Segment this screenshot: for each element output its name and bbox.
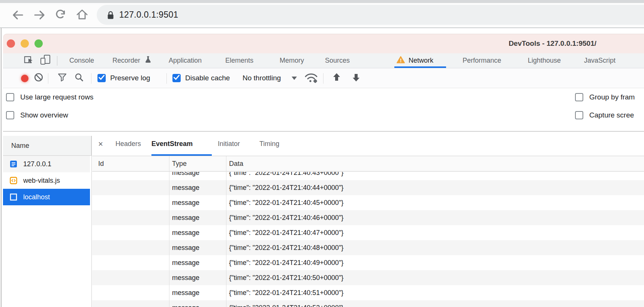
flask-icon (144, 55, 152, 66)
tab-timing[interactable]: Timing (259, 132, 279, 156)
show-overview-checkbox[interactable] (6, 111, 14, 119)
tab-label: Network (409, 57, 433, 65)
clear-network-log-button[interactable] (34, 68, 43, 88)
search-icon (74, 72, 84, 84)
table-row[interactable]: message {"time": "2022-01-24T21:40:51+00… (92, 285, 644, 300)
table-row[interactable]: message {"time": "2022-01-24T21:40:47+00… (92, 225, 644, 240)
disable-cache-label[interactable]: Disable cache (185, 74, 230, 82)
tab-initiator[interactable]: Initiator (218, 132, 240, 156)
column-header-type[interactable]: Type (172, 156, 187, 171)
tab-label: Sources (325, 57, 350, 65)
toolbar-separator (166, 73, 167, 84)
preserve-log-checkbox[interactable] (97, 74, 106, 82)
import-har-button[interactable] (331, 68, 342, 88)
request-name: 127.0.0.1 (23, 160, 51, 168)
show-overview-label[interactable]: Show overview (20, 111, 68, 119)
cell-type: message (172, 300, 199, 307)
eventstream-grid-header: Id Type Data (92, 156, 644, 172)
table-row[interactable]: message {"time": "2022-01-24T21:40:49+00… (92, 255, 644, 270)
record-network-log-button[interactable] (21, 75, 28, 82)
cell-data: {"time": "2022-01-24T21:40:46+0000"} (229, 210, 343, 225)
cell-data: {"time": "2022-01-24T21:40:50+0000"} (229, 270, 343, 285)
use-large-request-rows-checkbox[interactable] (6, 93, 14, 101)
reload-button[interactable] (54, 9, 68, 23)
name-column-header-label: Name (11, 142, 29, 150)
filter-button[interactable] (57, 68, 67, 88)
tab-elements[interactable]: Elements (225, 53, 253, 68)
cell-data: {"time": "2022-01-24T21:40:49+0000"} (229, 255, 343, 270)
back-button[interactable] (11, 9, 25, 23)
column-header-id[interactable]: Id (98, 156, 104, 171)
active-tab-underline (394, 66, 446, 68)
disable-cache-checkbox[interactable] (172, 74, 181, 82)
cell-type: message (172, 180, 199, 195)
network-options: Use large request rows Group by fram Sho… (3, 88, 644, 132)
group-by-frame-checkbox[interactable] (575, 93, 583, 101)
export-har-button[interactable] (351, 68, 361, 88)
tab-label: EventStream (151, 140, 193, 148)
tab-lighthouse[interactable]: Lighthouse (528, 53, 561, 68)
check-icon (173, 74, 180, 83)
tab-label: Initiator (218, 140, 240, 148)
preserve-log-control: Preserve log (97, 68, 150, 88)
cell-type: message (172, 285, 199, 300)
column-divider[interactable] (226, 156, 226, 307)
tab-javascript-profiler[interactable]: JavaScript (584, 53, 616, 68)
minimize-window-button[interactable] (21, 39, 29, 48)
address-bar[interactable]: 127.0.0.1:9501 (97, 5, 644, 25)
tab-headers[interactable]: Headers (115, 132, 141, 156)
tab-network[interactable]: Network (397, 53, 433, 68)
table-row[interactable]: message {"time": "2022-01-24T21:40:52+00… (92, 300, 644, 307)
arrow-down-icon (351, 72, 361, 84)
cell-data: {"time": "2022-01-24T21:40:47+0000"} (229, 225, 343, 240)
throttling-dropdown-caret[interactable] (292, 68, 297, 88)
column-header-data[interactable]: Data (229, 156, 243, 171)
table-row[interactable]: message {"time": "2022-01-24T21:40:46+00… (92, 210, 644, 225)
name-column-header[interactable]: Name (3, 136, 91, 156)
inspect-element-button[interactable] (23, 53, 34, 68)
tab-performance[interactable]: Performance (463, 53, 501, 68)
close-window-button[interactable] (7, 39, 15, 48)
search-button[interactable] (74, 68, 84, 88)
close-detail-button[interactable]: × (98, 132, 103, 156)
forward-button[interactable] (32, 9, 46, 23)
back-arrow-icon (11, 8, 25, 23)
device-toolbar-button[interactable] (39, 53, 51, 68)
table-row[interactable]: message {"time": "2022-01-24T21:40:43+00… (92, 172, 644, 180)
clear-icon (34, 72, 43, 84)
tab-eventstream[interactable]: EventStream (151, 132, 193, 156)
tab-memory[interactable]: Memory (280, 53, 304, 68)
network-conditions-button[interactable] (304, 68, 319, 88)
throttling-select[interactable]: No throttling (243, 68, 281, 88)
tab-sources[interactable]: Sources (325, 53, 350, 68)
lock-icon[interactable] (106, 10, 115, 21)
zoom-window-button[interactable] (34, 39, 43, 48)
table-row[interactable]: message {"time": "2022-01-24T21:40:44+00… (92, 180, 644, 195)
capture-screenshots-option: Capture scree (575, 111, 634, 119)
use-large-request-rows-label[interactable]: Use large request rows (20, 93, 93, 101)
cell-type: message (172, 270, 199, 285)
request-row-127001[interactable]: 127.0.0.1 (3, 156, 90, 172)
tab-recorder[interactable]: Recorder (112, 53, 152, 68)
tab-console[interactable]: Console (69, 53, 94, 68)
url-text[interactable]: 127.0.0.1:9501 (119, 10, 178, 20)
cell-data: {"time": "2022-01-24T21:40:48+0000"} (229, 240, 343, 255)
plain-square-icon (10, 193, 17, 201)
table-row[interactable]: message {"time": "2022-01-24T21:40:48+00… (92, 240, 644, 255)
capture-screenshots-label[interactable]: Capture scree (589, 111, 634, 119)
request-name: localhost (23, 193, 50, 201)
column-divider[interactable] (169, 156, 169, 307)
preserve-log-label[interactable]: Preserve log (110, 74, 150, 82)
home-button[interactable] (75, 9, 89, 23)
cell-data: {"time": "2022-01-24T21:40:51+0000"} (229, 285, 343, 300)
table-row[interactable]: message {"time": "2022-01-24T21:40:50+00… (92, 270, 644, 285)
tab-label: Application (169, 57, 202, 65)
pane-splitter[interactable] (91, 136, 92, 307)
request-row-localhost[interactable]: localhost (3, 189, 90, 205)
group-by-frame-label[interactable]: Group by fram (589, 93, 635, 101)
capture-screenshots-checkbox[interactable] (575, 111, 583, 119)
request-row-web-vitals[interactable]: web-vitals.js (3, 172, 90, 189)
table-row[interactable]: message {"time": "2022-01-24T21:40:45+00… (92, 195, 644, 210)
network-conditions-icon (304, 71, 319, 85)
tab-application[interactable]: Application (169, 53, 202, 68)
